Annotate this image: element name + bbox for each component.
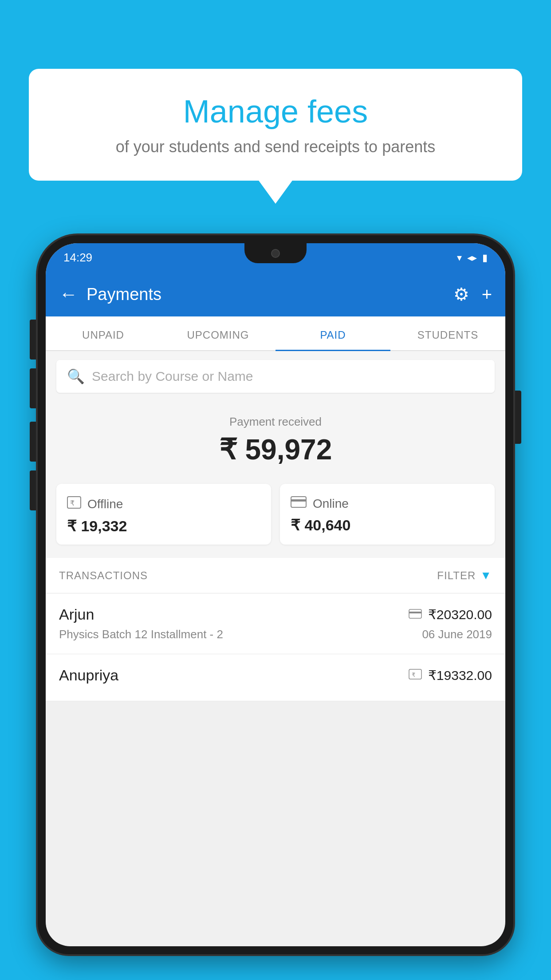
status-time: 14:29 [63,251,92,265]
svg-rect-5 [409,612,421,613]
offline-card-header: ₹ Offline [67,496,260,512]
svg-text:₹: ₹ [70,499,75,507]
online-payment-icon [291,496,307,511]
back-button[interactable]: ← [59,284,78,305]
filter-icon: ▼ [480,569,492,582]
page-title: Payments [87,285,453,304]
online-card-header: Online [291,496,484,511]
transaction-amount-wrap-arjun: ₹20320.00 [409,607,492,622]
offline-card-amount: ₹ 19,332 [67,517,260,535]
search-container: 🔍 Search by Course or Name [46,351,505,402]
tabs: UNPAID UPCOMING PAID STUDENTS [46,316,505,351]
signal-icon: ◂▸ [467,252,477,264]
transaction-online-icon [409,608,422,622]
payment-received-amount: ₹ 59,972 [46,433,505,466]
transaction-row2: Physics Batch 12 Installment - 2 06 June… [59,628,492,641]
payment-cards-row: ₹ Offline ₹ 19,332 [46,475,505,558]
transaction-offline-icon: ₹ [409,668,422,683]
phone-notch [244,243,307,263]
transaction-row1-anupriya: Anupriya ₹ ₹19332.00 [59,667,492,684]
search-box[interactable]: 🔍 Search by Course or Name [56,360,495,393]
transaction-row1: Arjun ₹20320.00 [59,606,492,623]
transaction-amount-wrap-anupriya: ₹ ₹19332.00 [409,668,492,683]
payment-received-label: Payment received [46,415,505,429]
online-card-type: Online [313,497,349,511]
svg-rect-3 [291,499,306,502]
offline-payment-icon: ₹ [67,496,81,512]
search-placeholder-text: Search by Course or Name [92,369,253,384]
filter-label: FILTER [437,569,476,582]
filter-button[interactable]: FILTER ▼ [437,569,492,582]
transaction-name-arjun: Arjun [59,606,94,623]
transaction-date-arjun: 06 June 2019 [422,628,492,641]
phone-outer: 14:29 ▾ ◂▸ ▮ ← Payments ⚙ + UNPAID [38,235,513,954]
speech-bubble-title: Manage fees [55,93,496,130]
speech-bubble: Manage fees of your students and send re… [29,69,522,181]
phone-screen: 14:29 ▾ ◂▸ ▮ ← Payments ⚙ + UNPAID [46,243,505,946]
add-icon[interactable]: + [482,285,492,304]
tab-paid[interactable]: PAID [276,316,390,350]
svg-text:₹: ₹ [412,672,415,678]
svg-rect-6 [409,669,421,679]
svg-rect-2 [291,497,306,507]
speech-bubble-subtitle: of your students and send receipts to pa… [55,138,496,156]
battery-icon: ▮ [482,252,488,264]
transaction-amount-anupriya: ₹19332.00 [428,668,492,683]
app-bar: ← Payments ⚙ + [46,272,505,316]
transaction-item-arjun[interactable]: Arjun ₹20320.00 Physics Batch 12 Install… [46,593,505,654]
search-icon: 🔍 [67,368,85,385]
offline-payment-card: ₹ Offline ₹ 19,332 [56,484,271,545]
transaction-course-arjun: Physics Batch 12 Installment - 2 [59,628,223,641]
tab-unpaid[interactable]: UNPAID [46,316,161,350]
tab-students[interactable]: STUDENTS [390,316,505,350]
online-card-amount: ₹ 40,640 [291,516,484,534]
payment-received-section: Payment received ₹ 59,972 [46,402,505,475]
transactions-label: TRANSACTIONS [59,569,148,582]
transaction-amount-arjun: ₹20320.00 [428,607,492,622]
tab-upcoming[interactable]: UPCOMING [161,316,276,350]
phone-container: 14:29 ▾ ◂▸ ▮ ← Payments ⚙ + UNPAID [38,235,513,980]
transaction-item-anupriya[interactable]: Anupriya ₹ ₹19332.00 [46,654,505,701]
offline-card-type: Offline [87,497,123,511]
online-payment-card: Online ₹ 40,640 [280,484,495,545]
status-icons: ▾ ◂▸ ▮ [457,252,488,264]
speech-bubble-container: Manage fees of your students and send re… [29,69,522,181]
transactions-header: TRANSACTIONS FILTER ▼ [46,558,505,593]
notch-camera [271,249,280,258]
settings-icon[interactable]: ⚙ [453,284,469,304]
app-bar-actions: ⚙ + [453,284,492,304]
svg-rect-4 [409,609,421,618]
transaction-name-anupriya: Anupriya [59,667,118,684]
wifi-icon: ▾ [457,252,462,264]
